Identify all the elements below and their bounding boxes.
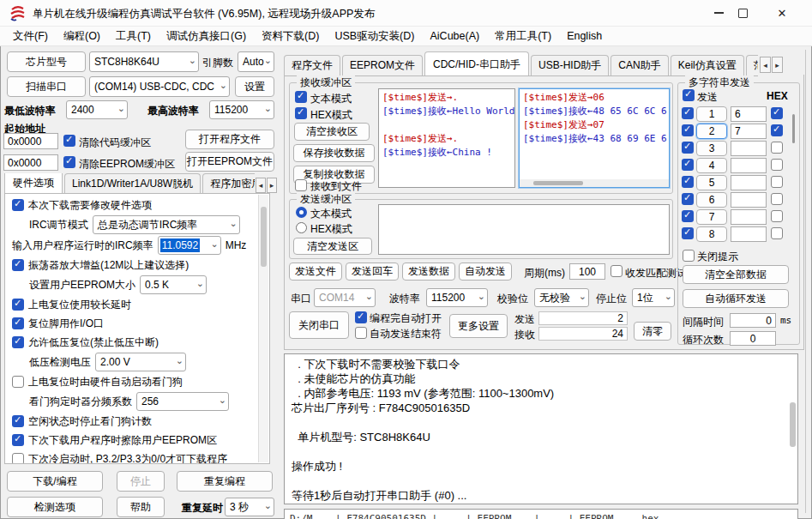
multi-row-hex-checkbox[interactable]: [771, 210, 783, 222]
eeprom-size-select[interactable]: 0.5 K⌄: [140, 275, 207, 294]
multi-row-input[interactable]: [731, 192, 767, 208]
hw-option-checkbox[interactable]: [12, 376, 24, 388]
log-scrollbar-thumb[interactable]: [790, 402, 796, 447]
clear-send-button[interactable]: 清空发送区: [293, 238, 372, 255]
irc-mode-select[interactable]: 总是动态调节IRC频率⌄: [93, 215, 240, 234]
serial-port-select[interactable]: COM14⌄: [314, 288, 376, 307]
menu-item-common-tools[interactable]: 常用工具(T): [487, 29, 559, 44]
chip-model-select[interactable]: STC8H8K64U⌄: [89, 51, 199, 72]
multi-row-hex-checkbox[interactable]: [771, 159, 783, 171]
multi-row-hex-checkbox[interactable]: [771, 193, 783, 205]
multi-row-input[interactable]: [731, 226, 767, 242]
receive-log-text-area[interactable]: [$time$]发送→. [$time$]接收←Hello World ! [$…: [378, 88, 515, 188]
send-hex-mode-radio[interactable]: [296, 222, 307, 233]
multi-row-button[interactable]: 5: [696, 175, 727, 190]
close-port-button[interactable]: 关闭串口: [289, 311, 349, 339]
send-input-area[interactable]: [378, 204, 670, 255]
multi-row-checkbox[interactable]: [682, 142, 694, 154]
tab-usb-hid[interactable]: USB-HID助手: [531, 55, 609, 75]
multi-row-button[interactable]: 7: [696, 209, 727, 225]
minimize-icon[interactable]: [708, 3, 729, 22]
scrollbar-thumb[interactable]: [533, 181, 583, 185]
tab-program-file[interactable]: 程序文件: [284, 55, 340, 75]
tab-eeprom-file[interactable]: EEPROM文件: [342, 55, 423, 75]
wdt-prescaler-select[interactable]: 256⌄: [136, 392, 229, 411]
multi-row-button[interactable]: 8: [696, 226, 727, 242]
help-button[interactable]: 帮助: [117, 497, 165, 517]
clear-eeprom-checkbox[interactable]: [63, 156, 75, 168]
menu-item-downloads[interactable]: 资料下载(D): [254, 29, 327, 44]
download-button[interactable]: 下载/编程: [7, 471, 103, 492]
multi-row-hex-checkbox[interactable]: [771, 142, 783, 154]
lvd-voltage-select[interactable]: 2.00 V⌄: [95, 353, 186, 371]
close-icon[interactable]: ✕: [772, 3, 792, 22]
multi-row-input[interactable]: [731, 141, 767, 156]
open-eeprom-button[interactable]: 打开EEPROM文件: [185, 152, 274, 172]
multi-row-button[interactable]: 4: [696, 158, 727, 173]
clear-receive-button[interactable]: 清空接收区: [294, 123, 370, 141]
min-baud-select[interactable]: 2400⌄: [66, 100, 128, 119]
clear-code-checkbox[interactable]: [63, 135, 75, 147]
hw-option-checkbox[interactable]: [12, 299, 24, 311]
multi-row-button[interactable]: 6: [696, 192, 727, 208]
multi-row-hex-checkbox[interactable]: [771, 227, 783, 239]
menu-item-aicube[interactable]: AiCube(A): [422, 30, 487, 42]
open-program-button[interactable]: 打开程序文件: [185, 130, 274, 149]
menu-item-debug-interface[interactable]: 调试仿真接口(G): [159, 29, 254, 44]
send-enter-button[interactable]: 发送回车: [346, 263, 399, 281]
tab-examples[interactable]: 范例程序: [746, 55, 758, 75]
maximize-icon[interactable]: [732, 3, 753, 22]
auto-open-checkbox[interactable]: [355, 311, 367, 323]
horizontal-scrollbar[interactable]: [520, 179, 669, 187]
check-options-button[interactable]: 检测选项: [7, 497, 103, 517]
period-input[interactable]: 100: [569, 263, 605, 280]
clear-all-button[interactable]: 清空全部数据: [683, 265, 789, 284]
tab-scroll-left-icon[interactable]: ◂: [256, 178, 266, 193]
tab-keil-emulation[interactable]: Keil仿真设置: [671, 55, 744, 75]
chip-model-button[interactable]: 芯片型号: [7, 51, 86, 72]
menu-item-usb-driver[interactable]: USB驱动安装(D): [327, 29, 422, 44]
multi-row-input[interactable]: [731, 158, 767, 173]
multi-list-scrollbar[interactable]: [792, 114, 795, 143]
loop-count-input[interactable]: 0: [730, 331, 776, 346]
repeat-delay-select[interactable]: 3 秒⌄: [225, 498, 274, 516]
more-settings-button[interactable]: 更多设置: [449, 314, 508, 338]
receive-hex-mode-checkbox[interactable]: [295, 107, 307, 119]
hw-options-scrollbar[interactable]: [258, 195, 268, 462]
receive-text-mode-checkbox[interactable]: [295, 91, 307, 103]
menu-item-tools[interactable]: 工具(T): [108, 29, 159, 44]
multi-row-checkbox[interactable]: [682, 176, 694, 188]
multi-row-checkbox[interactable]: [682, 107, 694, 119]
receive-to-file-checkbox[interactable]: [295, 179, 307, 191]
max-baud-select[interactable]: 115200⌄: [209, 100, 274, 119]
stop-button[interactable]: 停止: [117, 471, 165, 492]
multi-row-checkbox[interactable]: [682, 227, 694, 239]
settings-button[interactable]: 设置: [235, 76, 274, 97]
multi-row-input[interactable]: [731, 209, 767, 225]
menu-item-program[interactable]: 编程(O): [56, 29, 108, 44]
send-file-button[interactable]: 发送文件: [289, 263, 342, 281]
multi-row-input[interactable]: [731, 175, 767, 190]
multi-row-hex-checkbox[interactable]: [771, 176, 783, 188]
menu-item-english[interactable]: English: [559, 30, 610, 42]
pin-count-select[interactable]: Auto⌄: [238, 51, 274, 72]
multi-row-input[interactable]: 7: [731, 124, 767, 139]
hw-option-checkbox[interactable]: [12, 434, 24, 446]
eeprom-start-address-input[interactable]: 0x0000: [3, 154, 58, 171]
multi-row-checkbox[interactable]: [682, 210, 694, 222]
multi-row-button[interactable]: 1: [696, 106, 727, 122]
auto-send-button[interactable]: 自动发送: [459, 263, 512, 281]
baud-select[interactable]: 115200⌄: [426, 288, 488, 307]
repeat-program-button[interactable]: 重复编程: [177, 471, 273, 492]
code-start-address-input[interactable]: 0x0000: [3, 133, 58, 149]
parity-select[interactable]: 无校验⌄: [534, 288, 589, 307]
multi-row-checkbox[interactable]: [682, 193, 694, 205]
tab-program-encrypt[interactable]: 程序加密后: [202, 173, 255, 194]
multi-row-checkbox[interactable]: [682, 159, 694, 171]
multi-row-hex-checkbox[interactable]: [771, 124, 783, 136]
scan-port-button[interactable]: 扫描串口: [7, 76, 86, 97]
menu-item-file[interactable]: 文件(F): [5, 29, 56, 44]
receive-log-hex-area[interactable]: [$time$]发送→06 [$time$]接收←48 65 6C 6C 6 […: [519, 88, 670, 188]
interval-input[interactable]: 0: [730, 313, 776, 328]
multi-row-button[interactable]: 2: [696, 124, 727, 139]
